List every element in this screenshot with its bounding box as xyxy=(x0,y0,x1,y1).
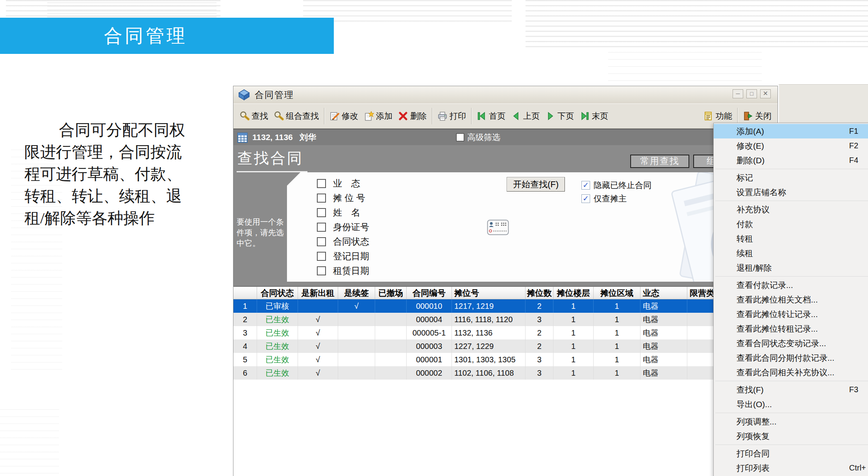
selected-tenant-name: 刘华 xyxy=(300,129,316,145)
cell-contract_no: 000002 xyxy=(407,366,452,380)
cell-num: 6 xyxy=(233,366,257,380)
background-texture xyxy=(0,409,59,476)
cell-renew xyxy=(338,326,375,339)
toolbar-button-close-window[interactable]: 关闭 xyxy=(740,107,774,125)
toolbar-button-last-page[interactable]: 末页 xyxy=(577,107,611,125)
edit-icon xyxy=(329,111,340,121)
toolbar-button-label: 打印 xyxy=(450,111,466,122)
common-find-button[interactable]: 常用查找 xyxy=(630,155,689,168)
toolbar-button-print[interactable]: 打印 xyxy=(435,107,469,125)
context-menu-item[interactable]: 查看付款记录... xyxy=(714,278,868,292)
advanced-filter-checkbox[interactable] xyxy=(456,133,464,141)
context-menu-item[interactable]: 查看合同状态变动记录... xyxy=(714,336,868,351)
first-page-icon xyxy=(477,111,487,121)
app-icon xyxy=(238,89,250,101)
context-menu-item[interactable]: 修改(E)F2 xyxy=(714,138,868,153)
column-header: 合同状态 xyxy=(257,287,298,299)
table-row[interactable]: 3已生效√000005-11132, 1136211电器 xyxy=(233,326,777,339)
cell-business: 电器 xyxy=(640,313,687,326)
maximize-button[interactable]: □ xyxy=(746,89,757,98)
prev-page-icon xyxy=(511,111,521,121)
toolbar-button-add[interactable]: 添加 xyxy=(361,107,395,125)
toolbar-button-first-page[interactable]: 首页 xyxy=(474,107,508,125)
toolbar-button-label: 删除 xyxy=(410,111,427,122)
column-header: 摊位号 xyxy=(452,287,526,299)
toolbar-left-group: 查找组合查找修改添加删除打印首页上页下页末页 xyxy=(237,107,611,125)
filter-row: ✓仅查摊主 xyxy=(581,192,651,205)
condition-checkbox[interactable] xyxy=(317,252,326,261)
context-menu-item[interactable]: 查看此合同相关补充协议... xyxy=(714,365,868,380)
table-row[interactable]: 6已生效√0000021102, 1106, 1108311电器 xyxy=(233,366,777,380)
context-menu-item[interactable]: 打印列表Ctrl+ xyxy=(714,461,868,475)
context-menu-item[interactable]: 查看此摊位相关文档... xyxy=(714,292,868,307)
toolbar-button-label: 查找 xyxy=(252,111,268,122)
condition-row: 姓 名 xyxy=(317,205,369,220)
context-menu-item[interactable]: 打印合同 xyxy=(714,446,868,461)
cell-floor: 1 xyxy=(553,339,594,353)
context-menu-item[interactable]: 设置店铺名称 xyxy=(714,185,868,199)
close-icon[interactable]: ✕ xyxy=(760,89,771,98)
condition-label: 合同状态 xyxy=(333,236,369,248)
toolbar-button-edit[interactable]: 修改 xyxy=(327,107,361,125)
filter-checkbox[interactable]: ✓ xyxy=(581,181,590,190)
toolbar-button-next-page[interactable]: 下页 xyxy=(542,107,577,125)
context-menu-item[interactable]: 续租 xyxy=(714,246,868,260)
context-menu-shortcut: F2 xyxy=(849,138,858,153)
context-menu-item[interactable]: 删除(D)F4 xyxy=(714,153,868,168)
condition-checkbox[interactable] xyxy=(317,208,326,217)
toolbar-button-delete[interactable]: 删除 xyxy=(395,107,429,125)
cell-status: 已生效 xyxy=(257,326,298,339)
toolbar-button-label: 首页 xyxy=(489,111,505,122)
condition-checkbox[interactable] xyxy=(317,237,326,246)
find-contract-panel: 查找合同 常用查找 组合 要使用一个条件项，请先选中它。 xyxy=(233,145,777,286)
condition-label: 租赁日期 xyxy=(333,265,369,277)
context-menu-item[interactable]: 列项恢复 xyxy=(714,429,868,443)
context-menu-item[interactable]: 转租 xyxy=(714,231,868,246)
condition-checkbox[interactable] xyxy=(317,266,326,275)
toolbar-button-prev-page[interactable]: 上页 xyxy=(508,107,542,125)
search-icon xyxy=(274,111,284,121)
context-menu-item[interactable]: 列项调整... xyxy=(714,414,868,429)
context-menu-item[interactable]: 付款 xyxy=(714,217,868,231)
background-texture xyxy=(608,52,762,83)
context-menu-separator xyxy=(715,276,868,277)
contract-management-window: 合同管理 ─ □ ✕ 查找组合查找修改添加删除打印首页上页下页末页 功能关闭 1… xyxy=(233,86,778,476)
context-menu-item[interactable]: 添加(A)F1 xyxy=(714,124,868,138)
filter-checkbox[interactable]: ✓ xyxy=(581,194,590,203)
cell-left_market xyxy=(375,326,407,339)
start-find-button[interactable]: 开始查找(F) xyxy=(507,177,565,192)
table-row[interactable]: 4已生效√0000031227, 1229211电器 xyxy=(233,339,777,353)
cell-left_market xyxy=(375,366,407,380)
table-row[interactable]: 1已审核√0000101217, 1219211电器 xyxy=(233,299,777,313)
find-contract-title: 查找合同 xyxy=(237,148,307,172)
toolbar-separator xyxy=(737,108,738,124)
condition-label: 业 态 xyxy=(333,177,360,190)
minimize-button[interactable]: ─ xyxy=(733,89,743,98)
context-menu-item[interactable]: 标记 xyxy=(714,170,868,185)
condition-checkbox[interactable] xyxy=(317,194,326,203)
cell-new_rent: √ xyxy=(298,353,338,366)
context-menu-item[interactable]: 补充协议 xyxy=(714,202,868,217)
last-page-icon xyxy=(579,111,590,121)
table-row[interactable]: 5已生效√0000011301, 1303, 1305311电器 xyxy=(233,353,777,366)
condition-checkbox[interactable] xyxy=(317,179,326,188)
condition-checkbox[interactable] xyxy=(317,223,326,232)
context-menu-item[interactable]: 查找(F)F3 xyxy=(714,382,868,397)
selected-stall-numbers: 1132, 1136 xyxy=(252,129,293,145)
cell-status: 已生效 xyxy=(257,366,298,380)
cell-contract_no: 000005-1 xyxy=(407,326,452,339)
toolbar-button-functions[interactable]: 功能 xyxy=(701,107,735,125)
cell-new_rent: √ xyxy=(298,313,338,326)
context-menu-item[interactable]: 导出(O)... xyxy=(714,397,868,411)
toolbar-button-label: 修改 xyxy=(342,111,358,122)
context-menu-item[interactable]: 查看此摊位转让记录... xyxy=(714,307,868,321)
toolbar-button-combo-find[interactable]: 组合查找 xyxy=(271,107,322,125)
id-card-icon[interactable] xyxy=(487,220,509,237)
context-menu-item[interactable]: 查看此摊位转租记录... xyxy=(714,321,868,336)
table-row[interactable]: 2已生效√0000041116, 1118, 1120311电器 xyxy=(233,313,777,326)
toolbar-button-find[interactable]: 查找 xyxy=(237,107,271,125)
context-menu-item[interactable]: 退租/解除 xyxy=(714,260,868,275)
context-menu-item[interactable]: 查看此合同分期付款记录... xyxy=(714,351,868,365)
context-menu-shortcut: F3 xyxy=(849,382,858,397)
cell-stall_count: 3 xyxy=(526,353,553,366)
